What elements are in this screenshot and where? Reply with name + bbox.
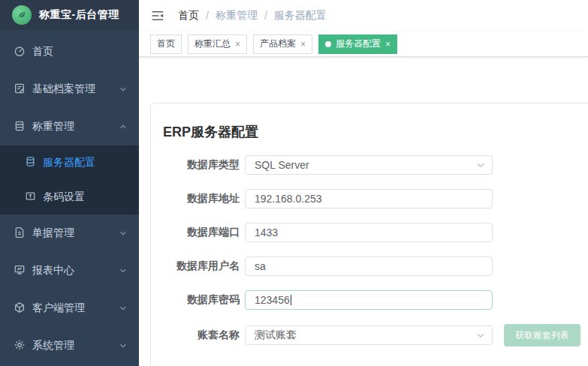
- tab-label: 称重汇总: [194, 38, 231, 50]
- sidebar-item-label: 基础档案管理: [32, 82, 95, 96]
- tab-home[interactable]: 首页: [150, 34, 182, 54]
- sidebar-item-basic-archives[interactable]: 基础档案管理: [0, 70, 139, 108]
- barcode-icon: [25, 190, 36, 204]
- page-content: ERP服务器配置 数据库类型 SQL Server 数据库地址 192.168.…: [139, 57, 588, 366]
- input-value: 123456: [255, 294, 290, 306]
- input-value: sa: [255, 260, 266, 272]
- close-icon[interactable]: ×: [300, 40, 306, 49]
- breadcrumb-server-config: 服务器配置: [274, 9, 327, 22]
- chevron-down-icon: [119, 302, 127, 314]
- breadcrumb-separator: /: [264, 10, 267, 22]
- document-icon: [14, 226, 26, 241]
- dashboard-icon: [14, 45, 26, 59]
- field-label: 数据库密码: [151, 293, 240, 307]
- field-label: 账套名称: [151, 328, 240, 342]
- form-row-account-set: 账套名称 测试账套 获取账套列表: [151, 324, 588, 346]
- page-title: ERP服务器配置: [163, 123, 588, 141]
- tab-label: 产品档案: [260, 38, 296, 50]
- tab-weigh-summary[interactable]: 称重汇总 ×: [188, 34, 247, 54]
- sidebar-item-label: 客户端管理: [32, 302, 85, 315]
- sidebar-item-label: 首页: [32, 45, 53, 58]
- top-navbar: 首页 / 称重管理 / 服务器配置: [139, 0, 588, 32]
- db-address-input[interactable]: 192.168.0.253: [245, 189, 493, 208]
- active-dot: [325, 41, 331, 47]
- tab-label: 首页: [157, 38, 175, 50]
- sidebar-item-report-center[interactable]: 报表中心: [0, 252, 139, 290]
- chevron-down-icon: [119, 83, 127, 95]
- field-label: 数据库端口: [151, 226, 240, 239]
- app-logo: 称重宝-后台管理: [0, 0, 139, 30]
- archive-icon: [14, 82, 26, 97]
- sidebar-item-home[interactable]: 首页: [0, 33, 139, 70]
- weighing-submenu: 服务器配置 条码设置: [0, 146, 139, 214]
- chevron-up-icon: [119, 121, 127, 133]
- form-row-db-type: 数据库类型 SQL Server: [151, 155, 588, 175]
- field-label: 数据库类型: [151, 158, 240, 172]
- sidebar-item-server-config[interactable]: 服务器配置: [0, 146, 139, 180]
- tab-server-config[interactable]: 服务器配置 ×: [318, 34, 397, 54]
- form-row-db-password: 数据库密码 123456: [151, 290, 588, 310]
- sidebar-menu: 首页 基础档案管理 称重管理 服务器配置 条码设置 单据管理: [0, 33, 139, 364]
- chevron-down-icon: [119, 340, 127, 352]
- tags-view-bar: 首页 称重汇总 × 产品档案 × 服务器配置 ×: [139, 32, 588, 57]
- close-icon[interactable]: ×: [385, 40, 390, 49]
- select-value: SQL Server: [255, 159, 309, 171]
- sidebar-item-label: 称重管理: [32, 120, 74, 134]
- input-value: 192.168.0.253: [255, 193, 322, 205]
- db-port-input[interactable]: 1433: [245, 223, 493, 242]
- field-label: 数据库地址: [151, 192, 240, 206]
- sidebar: 称重宝-后台管理 首页 基础档案管理 称重管理 服务器配置 条码设置: [0, 0, 139, 366]
- chevron-down-icon: [476, 160, 485, 170]
- sidebar-item-label: 单据管理: [32, 226, 74, 240]
- breadcrumb: 首页 / 称重管理 / 服务器配置: [178, 9, 327, 22]
- report-icon: [14, 264, 26, 278]
- db-password-input[interactable]: 123456: [245, 290, 493, 310]
- sidebar-item-label: 系统管理: [32, 339, 74, 352]
- field-label: 数据库用户名: [151, 260, 240, 273]
- db-type-select[interactable]: SQL Server: [245, 155, 493, 175]
- sidebar-item-label: 服务器配置: [43, 156, 95, 170]
- fetch-account-sets-button[interactable]: 获取账套列表: [504, 324, 580, 346]
- form-row-db-username: 数据库用户名 sa: [151, 256, 588, 276]
- sidebar-item-system-mgmt[interactable]: 系统管理: [0, 327, 139, 364]
- close-icon[interactable]: ×: [235, 40, 240, 49]
- sidebar-collapse-toggle[interactable]: [148, 6, 167, 26]
- weighing-icon: [14, 120, 26, 134]
- sidebar-item-label: 报表中心: [32, 264, 74, 278]
- db-username-input[interactable]: sa: [245, 256, 493, 276]
- sidebar-item-label: 条码设置: [43, 190, 85, 204]
- app-title: 称重宝-后台管理: [39, 8, 119, 22]
- cube-icon: [14, 302, 26, 316]
- erp-config-card: ERP服务器配置 数据库类型 SQL Server 数据库地址 192.168.…: [150, 103, 588, 366]
- text-cursor: [291, 295, 291, 305]
- chevron-down-icon: [476, 331, 485, 340]
- breadcrumb-separator: /: [206, 10, 209, 22]
- sidebar-item-weighing-mgmt[interactable]: 称重管理: [0, 108, 139, 146]
- tab-product-archive[interactable]: 产品档案 ×: [253, 34, 312, 54]
- account-set-select[interactable]: 测试账套: [245, 326, 493, 345]
- form-row-db-port: 数据库端口 1433: [151, 223, 588, 242]
- gear-icon: [14, 339, 26, 353]
- form-row-db-address: 数据库地址 192.168.0.253: [151, 189, 588, 208]
- select-value: 测试账套: [255, 328, 297, 342]
- tab-label: 服务器配置: [336, 38, 381, 50]
- breadcrumb-home[interactable]: 首页: [178, 9, 199, 22]
- leaf-logo-icon: [12, 5, 32, 25]
- server-icon: [25, 156, 36, 170]
- sidebar-item-document-mgmt[interactable]: 单据管理: [0, 214, 139, 252]
- sidebar-item-barcode-settings[interactable]: 条码设置: [0, 180, 139, 214]
- chevron-down-icon: [119, 227, 127, 239]
- chevron-down-icon: [119, 265, 127, 277]
- input-value: 1433: [255, 226, 278, 238]
- main-area: 首页 / 称重管理 / 服务器配置 首页 称重汇总 × 产品档案 × 服务器配置…: [139, 0, 588, 366]
- breadcrumb-weighing-mgmt: 称重管理: [216, 9, 258, 22]
- sidebar-item-client-mgmt[interactable]: 客户端管理: [0, 290, 139, 327]
